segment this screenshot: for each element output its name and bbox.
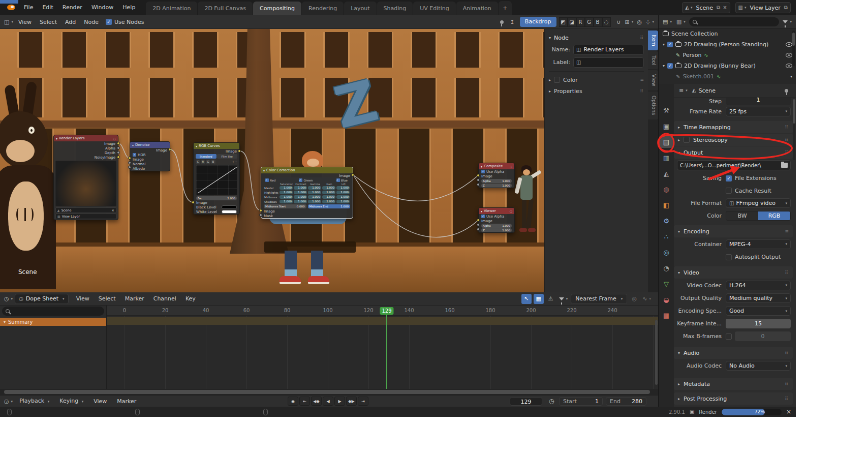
curve-widget[interactable] [196, 165, 237, 195]
play-button[interactable]: ▶ [334, 397, 345, 406]
use-alpha-checkbox[interactable]: ✓ [481, 215, 485, 218]
video-section[interactable]: ▾ Video ⠿ [674, 266, 793, 279]
cc-value-slider[interactable]: 1.000 [280, 200, 293, 203]
backdrop-color-icon[interactable]: ◩ [559, 17, 568, 27]
dope-sheet-menu[interactable]: Key [181, 291, 200, 307]
playback-menu[interactable]: Playback ▾ [15, 395, 54, 408]
modifiers-tab[interactable]: ⚙ [659, 215, 673, 227]
hide-eye-icon[interactable] [786, 53, 792, 57]
channel-button[interactable]: B [594, 17, 602, 27]
file-extensions-checkbox[interactable]: ✓ [726, 175, 732, 181]
dope-sheet-menu[interactable]: Channel [149, 291, 181, 307]
node-rgb-curves[interactable]: ▾ RGB Curves Image Standard Film like CR… [193, 142, 240, 215]
frame-rate-dropdown[interactable]: 25 fps▾ [726, 107, 791, 116]
cc-value-slider[interactable]: 1.000 [294, 191, 307, 194]
scrollbar[interactable] [792, 31, 795, 66]
cc-value-slider[interactable]: 1.000 [308, 191, 321, 194]
cc-value-slider[interactable]: 1.000 [294, 195, 307, 199]
node-options-icon[interactable]: ◌ [510, 209, 512, 213]
dope-sheet-menu[interactable]: Select [94, 291, 120, 307]
outliner-row-collection[interactable]: ▾ ✓ 2D Drawing (Person Standing) [659, 39, 796, 50]
new-scene-icon[interactable]: ⧉ [717, 5, 720, 10]
tone-standard-button[interactable]: Standard [196, 154, 216, 159]
cc-value-slider[interactable]: 1.000 [308, 186, 321, 190]
npanel-tab-item[interactable]: Item [648, 31, 658, 50]
autosplit-checkbox[interactable] [726, 254, 732, 260]
playhead[interactable] [386, 315, 387, 389]
header-extra-button[interactable]: ⊹▾ [644, 17, 655, 27]
white-level-swatch[interactable] [222, 210, 237, 214]
prev-keyframe-button[interactable]: ◀◆ [311, 397, 322, 406]
scrollbar[interactable] [793, 99, 795, 160]
unlink-scene-icon[interactable]: × [723, 5, 727, 10]
output-path-field[interactable]: C:\Users\...O...periment\Render\ [677, 160, 791, 170]
node-color-correction[interactable]: ▾ Color Correction Image ✓Red✓Green✓Blue… [261, 167, 353, 219]
summary-channel[interactable]: ▾ Summary [0, 318, 106, 326]
zoom-out-icon[interactable]: − [235, 160, 237, 163]
black-level-swatch[interactable] [222, 205, 237, 209]
pin-icon[interactable] [785, 89, 788, 93]
tone-filmlike-button[interactable]: Film like [217, 154, 238, 159]
cc-value-slider[interactable]: 1.000 [322, 195, 335, 199]
snapping-magnet-icon[interactable]: ∪ [614, 17, 624, 27]
topbar-menu[interactable]: Window [87, 0, 118, 15]
video-codec-dropdown[interactable]: H.264▾ [726, 281, 791, 290]
color-checkbox[interactable] [554, 77, 560, 83]
curve-channel-button[interactable]: B [211, 160, 215, 164]
hdr-checkbox[interactable]: ✓ [133, 153, 136, 157]
workspace-tab[interactable]: Compositing [253, 2, 301, 15]
backdrop-button[interactable]: Backdrop [520, 17, 556, 27]
container-dropdown[interactable]: MPEG-4▾ [726, 239, 791, 249]
topbar-menu[interactable]: Render [58, 0, 87, 15]
cancel-render-button[interactable]: × [786, 408, 791, 415]
stopwatch-icon[interactable]: ◷ [549, 398, 554, 405]
scene-field[interactable]: ◭ Scene × [55, 207, 116, 213]
collection-checkbox[interactable]: ✓ [667, 42, 673, 47]
parent-arrow-icon[interactable]: ↥ [507, 17, 517, 27]
channel-checkbox[interactable]: ✓ [265, 178, 269, 182]
node-panel-header[interactable]: ▾ Node ⠿ [549, 32, 644, 43]
use-nodes-checkbox[interactable]: ✓Use Nodes [106, 19, 144, 25]
physics-tab[interactable]: ◎ [659, 246, 673, 258]
editor-type-button[interactable]: ▤▾ [662, 17, 673, 27]
outliner-search-input[interactable] [689, 17, 780, 26]
view-menu[interactable]: View [89, 396, 111, 407]
color-bw-button[interactable]: BW [726, 211, 758, 220]
world-tab[interactable]: ◍ [659, 183, 673, 195]
render-icon[interactable]: ◌ [113, 137, 116, 140]
cache-result-checkbox[interactable] [726, 188, 732, 194]
output-quality-dropdown[interactable]: Medium quality▾ [726, 293, 791, 303]
channel-button[interactable]: G [585, 17, 594, 27]
alpha-slider[interactable]: Alpha1.000 [481, 179, 512, 183]
tool-tab[interactable]: ⚒ [659, 104, 673, 116]
topbar-menu[interactable]: Edit [38, 0, 57, 15]
output-tab[interactable]: ▤ [659, 136, 673, 148]
constraints-tab[interactable]: ◔ [659, 262, 673, 274]
jump-to-end-button[interactable]: ⇥ [358, 397, 368, 406]
jump-to-start-button[interactable]: ⇤ [299, 397, 310, 406]
proportional-edit-icon[interactable]: ◎ [629, 294, 639, 304]
scene-tab[interactable]: ◭ [659, 167, 673, 179]
outliner-row-collection[interactable]: ▾ ✓ 2D Drawing (Bunny Bear) [659, 60, 796, 71]
cc-value-slider[interactable]: 1.000 [294, 200, 307, 203]
dope-sheet-menu[interactable]: Marker [120, 291, 149, 307]
object-data-tab[interactable]: ▽ [659, 278, 673, 290]
blender-logo-icon[interactable] [5, 4, 17, 12]
workspace-tab[interactable]: Layout [344, 2, 376, 15]
cc-value-slider[interactable]: 1.000 [322, 191, 335, 194]
cc-value-slider[interactable]: 1.000 [294, 186, 307, 190]
cc-value-slider[interactable]: 1.000 [280, 191, 293, 194]
node-denoise[interactable]: ▾ Denoise Image ✓HDR ImageNormalAlbedo [130, 141, 170, 171]
disclosure-triangle-icon[interactable]: ▾ [663, 42, 665, 47]
current-frame-field[interactable]: 129 [510, 397, 542, 406]
curve-channel-button[interactable]: G [206, 160, 210, 164]
drag-dots-icon[interactable]: ⠿ [640, 88, 644, 94]
editor-type-button[interactable]: ◫▾ [3, 17, 14, 27]
midtones-end-slider[interactable]: Midtones End1.000 [308, 204, 351, 208]
outliner-row-scene-collection[interactable]: Scene Collection [659, 28, 796, 39]
topbar-menu[interactable]: File [19, 0, 38, 15]
hidden-chevron-icon[interactable]: ▾ [790, 74, 792, 79]
record-button[interactable]: ◉ [288, 397, 298, 406]
compositor-canvas[interactable]: Z Scene [0, 29, 544, 292]
outliner-row-object[interactable]: ✎ Sketch.001 ∿ ▾ [659, 71, 796, 82]
